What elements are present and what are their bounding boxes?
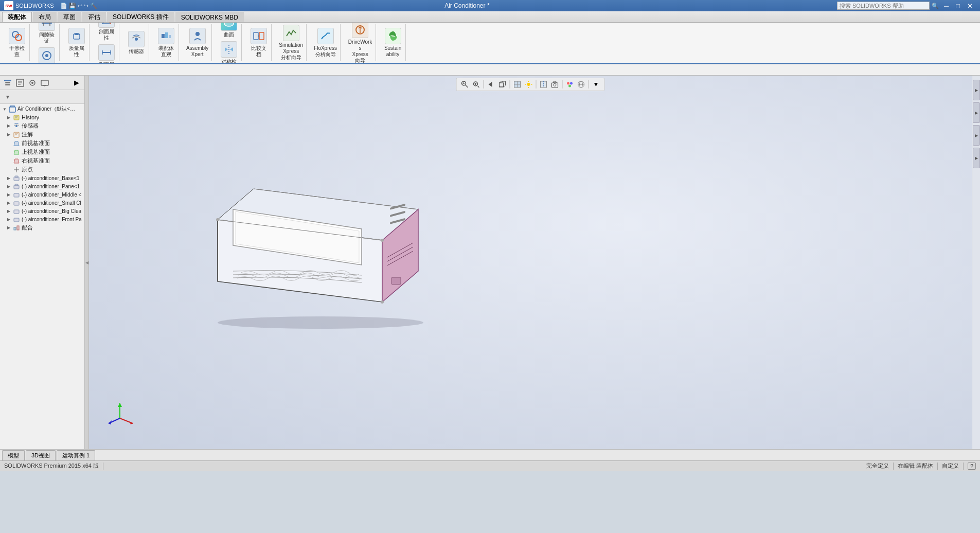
tree-comp-base[interactable]: ▶ (-) airconditioner_Base<1: [0, 174, 84, 182]
tab-layout[interactable]: 布局: [33, 12, 57, 22]
tree-annotation[interactable]: ▶ 注解: [0, 130, 84, 139]
ribbon-btn-measure2[interactable]: 测面属性: [97, 43, 116, 64]
restore-button[interactable]: □: [953, 1, 963, 11]
vp-view-section[interactable]: [539, 79, 549, 90]
ribbon-btn-sensor[interactable]: 传感器: [127, 30, 146, 56]
status-help[interactable]: ?: [968, 463, 976, 470]
vp-zoom-to-fit[interactable]: [460, 79, 470, 90]
right-panel-btn-3[interactable]: ▶: [973, 125, 980, 146]
sidebar-collapse-handle[interactable]: [85, 76, 89, 449]
tree-comp-middle[interactable]: ▶ (-) airconditioner_Middle <: [0, 190, 84, 199]
close-button[interactable]: ✕: [964, 1, 976, 11]
ribbon-btn-driveworks[interactable]: DriveWorksXpress向导: [347, 23, 373, 64]
sidebar-display-btn[interactable]: [39, 77, 50, 88]
tree-comp-pane[interactable]: ▶ (-) airconditioner_Pane<1: [0, 182, 84, 190]
svg-rect-23: [254, 32, 258, 40]
bottom-tab-motion[interactable]: 运动算例 1: [57, 450, 95, 460]
tree-comp-front-icon: [13, 216, 20, 223]
vp-lighting[interactable]: [524, 79, 534, 90]
ribbon-btn-clearance[interactable]: 间隙验证: [38, 23, 56, 45]
sidebar-property-btn[interactable]: [14, 77, 26, 88]
ribbon-btn-compare[interactable]: 比较文档: [250, 27, 268, 59]
ribbon-btn-symmetry[interactable]: 对称检查: [220, 40, 238, 64]
tab-sw-mbd[interactable]: SOLIDWORKS MBD: [175, 12, 244, 22]
clearance-label: 间隙验证: [39, 32, 55, 44]
tree-comp-big[interactable]: ▶ (-) airconditioner_Big Clea: [0, 207, 84, 215]
tree-history-expand[interactable]: ▶: [6, 115, 11, 120]
sidebar-expand-btn[interactable]: ▶: [71, 77, 82, 88]
simulation-label: SimulationXpress分析向导: [279, 42, 303, 61]
ribbon-group-check: 间隙验证 孔对齐: [34, 24, 60, 61]
svg-rect-29: [5, 82, 10, 83]
vp-previous-view[interactable]: [486, 79, 496, 90]
ribbon-btn-floxpress[interactable]: FloXpress分析向导: [313, 27, 338, 59]
vp-more[interactable]: ▼: [591, 79, 601, 90]
tree-root-expand[interactable]: ▼: [2, 106, 7, 112]
minimize-button[interactable]: ─: [941, 1, 952, 11]
ribbon-btn-surface[interactable]: 曲面: [220, 23, 238, 39]
ribbon-btn-mass[interactable]: 质量属性: [67, 27, 86, 59]
tree-comp-small[interactable]: ▶ (-) airconditioner_Small Cl: [0, 199, 84, 207]
viewport[interactable]: ▼: [89, 76, 972, 449]
bottom-tab-3d[interactable]: 3D视图: [26, 450, 56, 460]
right-panel-btn-4[interactable]: ▶: [973, 148, 980, 168]
tree-history[interactable]: ▶ History: [0, 113, 84, 121]
svg-marker-22: [230, 47, 233, 51]
right-panel-btn-2[interactable]: ▶: [973, 102, 980, 123]
sensor-label: 传感器: [129, 48, 144, 55]
ribbon-btn-sustainability[interactable]: Sustainability: [383, 27, 402, 59]
tree-comp-middle-label: (-) airconditioner_Middle <: [22, 192, 81, 198]
tab-sketch[interactable]: 草图: [58, 12, 81, 22]
tree-comp-middle-icon: [13, 191, 20, 198]
right-panel: ▶ ▶ ▶ ▶: [972, 76, 980, 449]
ribbon-btn-section[interactable]: 剖面属性: [97, 23, 116, 42]
svg-rect-55: [15, 176, 18, 177]
vp-appearance[interactable]: [576, 79, 586, 90]
tree-mate[interactable]: ▶ 配合: [0, 223, 84, 232]
ribbon-btn-visual[interactable]: 装配体直观: [157, 27, 175, 59]
sidebar-config-btn[interactable]: [27, 77, 38, 88]
ribbon-btn-interference[interactable]: 干涉检查: [8, 27, 26, 59]
tree-front-plane[interactable]: ▶ 前视基准面: [0, 139, 84, 148]
tab-evaluate[interactable]: 评估: [82, 12, 106, 22]
bottom-tab-model[interactable]: 模型: [2, 450, 25, 460]
svg-marker-75: [500, 81, 506, 87]
tree-root[interactable]: ▼ Air Conditioner（默认<默认_显: [0, 105, 84, 113]
ribbon-group-measure: 剖面属性 测面属性: [94, 24, 119, 61]
tree-sensor-expand[interactable]: ▶: [6, 123, 11, 129]
tree-sensor[interactable]: ▶ 传感器: [0, 121, 84, 130]
tree-top-plane[interactable]: ▶ 上视基准面: [0, 148, 84, 156]
right-panel-btn-1[interactable]: ▶: [973, 80, 980, 100]
status-custom[interactable]: 自定义: [942, 462, 959, 470]
tree-mate-label: 配合: [22, 224, 33, 232]
sidebar-feature-tree-btn[interactable]: [2, 77, 13, 88]
solidworks-logo-icon: SW: [4, 1, 13, 10]
ribbon-btn-hole-align[interactable]: 孔对齐: [38, 46, 56, 64]
search-input[interactable]: [837, 2, 930, 10]
tree-comp-front[interactable]: ▶ (-) airconditioner_Front Pa: [0, 215, 84, 223]
tree-comp-base-expand[interactable]: ▶: [6, 175, 11, 181]
tab-sw-plugin[interactable]: SOLIDWORKS 插件: [107, 12, 174, 22]
ribbon-btn-simulation[interactable]: SimulationXpress分析向导: [278, 24, 304, 62]
status-definition: 完全定义: [866, 462, 889, 470]
ribbon-btn-xpert[interactable]: AssemblyXpert: [185, 27, 209, 59]
svg-line-70: [478, 86, 479, 87]
tree-front-plane-label: 前视基准面: [22, 139, 50, 147]
tree-origin[interactable]: ▶ 原点: [0, 165, 84, 174]
svg-point-91: [567, 82, 569, 85]
tree-history-label: History: [22, 114, 39, 120]
vp-zoom-in[interactable]: [471, 79, 482, 90]
vp-3d-view[interactable]: [497, 79, 508, 90]
tab-assembly[interactable]: 装配体: [2, 12, 32, 22]
tree-right-plane[interactable]: ▶ 右视基准面: [0, 156, 84, 165]
sidebar-toolbar: ▶: [0, 76, 84, 90]
vp-color[interactable]: [565, 79, 575, 90]
tree-mate-icon: [13, 224, 20, 232]
tree-history-icon: [13, 114, 20, 121]
vp-display-style[interactable]: [512, 79, 523, 90]
svg-marker-49: [14, 150, 19, 154]
svg-marker-21: [225, 47, 228, 51]
tree-annotation-expand[interactable]: ▶: [6, 132, 11, 137]
ribbon-tabs: 装配体 布局 草图 评估 SOLIDWORKS 插件 SOLIDWORKS MB…: [0, 11, 980, 23]
vp-camera[interactable]: [550, 79, 560, 90]
